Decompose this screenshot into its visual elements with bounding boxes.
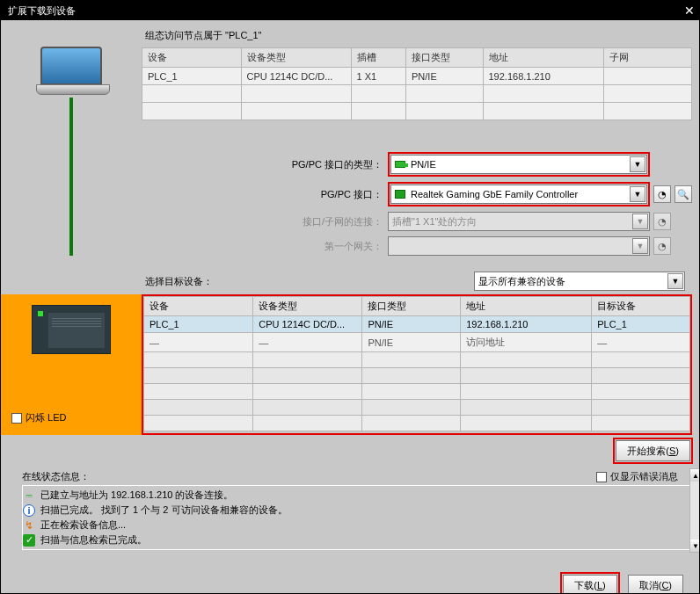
target-table: 设备 设备类型 接口类型 地址 目标设备 PLC_1 CPU 1214C DC/… <box>143 296 690 431</box>
target-row-selected[interactable]: PLC_1 CPU 1214C DC/D... PN/IE 192.168.1.… <box>144 316 690 333</box>
chevron-down-icon[interactable]: ▼ <box>630 186 645 202</box>
diagnostics-icon: ◔ <box>653 237 671 255</box>
titlebar: 扩展下载到设备 ✕ <box>1 1 699 20</box>
scroll-up-icon[interactable]: ▲ <box>690 469 700 482</box>
nic-icon <box>395 190 405 199</box>
errors-only-checkbox[interactable]: 仅显示错误消息 <box>596 470 678 483</box>
check-icon: ✓ <box>23 534 35 547</box>
tcol-target: 目标设备 <box>592 297 690 316</box>
config-nodes-label: 组态访问节点属于 "PLC_1" <box>145 29 692 42</box>
start-search-button[interactable]: 开始搜索(S) <box>616 440 690 461</box>
target-label: 选择目标设备： <box>145 275 474 288</box>
info-icon: i <box>23 504 35 517</box>
col-slot: 插槽 <box>351 48 406 68</box>
col-device: 设备 <box>142 48 242 68</box>
scrollbar[interactable]: ▲ ▼ <box>689 468 700 553</box>
conn-select: 插槽"1 X1"处的方向 ▼ <box>388 212 650 231</box>
close-icon[interactable]: ✕ <box>682 3 697 18</box>
col-addr: 地址 <box>483 48 604 68</box>
checkbox-icon[interactable] <box>11 413 22 424</box>
config-row[interactable]: PLC_1 CPU 1214C DC/D... 1 X1 PN/IE 192.1… <box>142 68 692 85</box>
dialog-body: 组态访问节点属于 "PLC_1" 设备 设备类型 插槽 接口类型 地址 子网 P… <box>1 20 699 593</box>
diagnostics-icon[interactable]: ◔ <box>653 185 671 203</box>
col-type: 设备类型 <box>241 48 351 68</box>
tcol-addr: 地址 <box>461 297 592 316</box>
properties-icon[interactable]: 🔍 <box>674 185 692 203</box>
status-list: ⎓ 已建立与地址为 192.168.1.210 的设备连接。 i 扫描已完成。 … <box>22 485 690 550</box>
pgpc-icon <box>36 47 106 99</box>
gw-select: ▼ <box>388 236 650 256</box>
iface-type-select[interactable]: PN/IE ▼ <box>390 155 647 174</box>
connection-icon: ⎓ <box>23 489 35 502</box>
status-item: i 扫描已完成。 找到了 1 个与 2 可访问设备相兼容的设备。 <box>23 503 689 518</box>
pnie-icon <box>395 161 405 168</box>
scroll-down-icon[interactable]: ▼ <box>690 540 700 552</box>
status-item: ↯ 正在检索设备信息... <box>23 518 689 532</box>
target-filter-select[interactable]: 显示所有兼容的设备 ▼ <box>474 272 685 291</box>
link-line <box>69 98 73 256</box>
diagnostics-icon: ◔ <box>653 213 671 230</box>
iface-type-label: PG/PC 接口的类型： <box>142 158 388 171</box>
conn-label: 接口/子网的连接： <box>142 215 388 228</box>
status-item: ✓ 扫描与信息检索已完成。 <box>23 532 689 547</box>
plc-icon <box>32 305 111 354</box>
tcol-iface: 接口类型 <box>362 297 461 316</box>
blink-led-checkbox[interactable]: 闪烁 LED <box>8 408 135 428</box>
chevron-down-icon[interactable]: ▼ <box>630 156 645 172</box>
gw-label: 第一个网关： <box>142 240 388 253</box>
iface-label: PG/PC 接口： <box>142 188 388 201</box>
col-iface: 接口类型 <box>406 48 484 68</box>
col-subnet: 子网 <box>604 48 692 68</box>
download-button[interactable]: 下载(L) <box>563 575 616 594</box>
target-row[interactable]: — — PN/IE 访问地址 — <box>144 333 690 352</box>
topology-left <box>1 29 142 294</box>
chevron-down-icon: ▼ <box>632 214 648 229</box>
cancel-button[interactable]: 取消(C) <box>628 575 683 594</box>
status-item: ⎓ 已建立与地址为 192.168.1.210 的设备连接。 <box>23 488 689 503</box>
status-label: 在线状态信息： <box>22 470 90 483</box>
config-table: 设备 设备类型 插槽 接口类型 地址 子网 PLC_1 CPU 1214C DC… <box>142 47 692 120</box>
tcol-type: 设备类型 <box>253 297 362 316</box>
chevron-down-icon: ▼ <box>632 238 648 254</box>
chevron-down-icon[interactable]: ▼ <box>667 273 683 289</box>
tcol-device: 设备 <box>144 297 253 316</box>
iface-select[interactable]: Realtek Gaming GbE Family Controller ▼ <box>390 185 647 204</box>
device-panel: 闪烁 LED <box>1 294 142 435</box>
busy-icon: ↯ <box>23 519 35 532</box>
checkbox-icon[interactable] <box>596 472 607 482</box>
window-title: 扩展下载到设备 <box>8 4 76 18</box>
